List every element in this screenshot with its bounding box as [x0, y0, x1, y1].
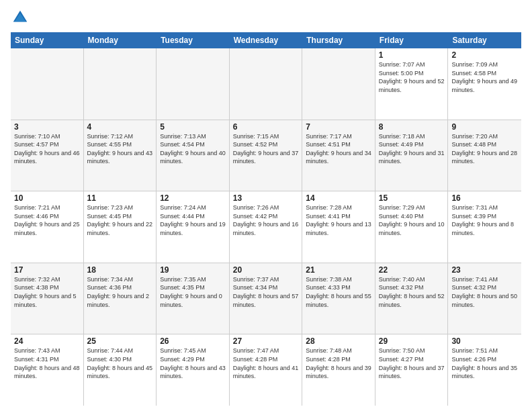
- calendar-cell: [11, 48, 84, 120]
- day-info: Sunrise: 7:38 AMSunset: 4:33 PMDaylight:…: [306, 275, 371, 309]
- day-info: Sunrise: 7:35 AMSunset: 4:35 PMDaylight:…: [160, 275, 226, 309]
- day-info: Sunrise: 7:47 AMSunset: 4:28 PMDaylight:…: [233, 347, 299, 380]
- day-info: Sunrise: 7:20 AMSunset: 4:48 PMDaylight:…: [451, 132, 518, 166]
- calendar-cell: 11Sunrise: 7:23 AMSunset: 4:45 PMDayligh…: [84, 191, 157, 263]
- day-info: Sunrise: 7:18 AMSunset: 4:49 PMDaylight:…: [379, 132, 445, 166]
- calendar-cell: 4Sunrise: 7:12 AMSunset: 4:55 PMDaylight…: [84, 120, 157, 191]
- day-number: 9: [451, 122, 518, 132]
- day-info: Sunrise: 7:50 AMSunset: 4:27 PMDaylight:…: [379, 347, 445, 380]
- calendar-cell: 7Sunrise: 7:17 AMSunset: 4:51 PMDaylight…: [302, 120, 375, 191]
- calendar-cell: 10Sunrise: 7:21 AMSunset: 4:46 PMDayligh…: [11, 191, 84, 263]
- day-number: 6: [233, 122, 299, 132]
- calendar-cell: 20Sunrise: 7:37 AMSunset: 4:34 PMDayligh…: [230, 263, 303, 334]
- calendar-cell: 8Sunrise: 7:18 AMSunset: 4:49 PMDaylight…: [375, 120, 449, 191]
- day-number: 8: [379, 122, 445, 132]
- day-info: Sunrise: 7:09 AMSunset: 4:58 PMDaylight:…: [451, 60, 518, 94]
- calendar-cell: 30Sunrise: 7:51 AMSunset: 4:26 PMDayligh…: [448, 334, 521, 406]
- calendar-cell: [302, 48, 375, 120]
- day-info: Sunrise: 7:31 AMSunset: 4:39 PMDaylight:…: [451, 203, 518, 237]
- calendar-cell: 5Sunrise: 7:13 AMSunset: 4:54 PMDaylight…: [157, 120, 230, 191]
- calendar-cell: 28Sunrise: 7:48 AMSunset: 4:28 PMDayligh…: [302, 334, 375, 406]
- page: SundayMondayTuesdayWednesdayThursdayFrid…: [0, 0, 532, 411]
- calendar-cell: 17Sunrise: 7:32 AMSunset: 4:38 PMDayligh…: [11, 263, 84, 334]
- day-number: 12: [160, 193, 226, 203]
- day-info: Sunrise: 7:07 AMSunset: 5:00 PMDaylight:…: [379, 60, 445, 94]
- day-info: Sunrise: 7:21 AMSunset: 4:46 PMDaylight:…: [14, 203, 80, 237]
- calendar-cell: [84, 48, 157, 120]
- day-info: Sunrise: 7:45 AMSunset: 4:29 PMDaylight:…: [160, 347, 226, 380]
- calendar-row: 3Sunrise: 7:10 AMSunset: 4:57 PMDaylight…: [11, 120, 521, 192]
- day-number: 22: [379, 265, 445, 275]
- day-info: Sunrise: 7:13 AMSunset: 4:54 PMDaylight:…: [160, 132, 226, 166]
- day-number: 18: [87, 265, 153, 275]
- calendar-header: SundayMondayTuesdayWednesdayThursdayFrid…: [11, 32, 521, 48]
- calendar-cell: 23Sunrise: 7:41 AMSunset: 4:32 PMDayligh…: [448, 263, 521, 334]
- day-number: 2: [451, 50, 518, 60]
- calendar-cell: 2Sunrise: 7:09 AMSunset: 4:58 PMDaylight…: [448, 48, 521, 120]
- day-number: 10: [14, 193, 80, 203]
- day-number: 28: [306, 336, 371, 346]
- calendar: SundayMondayTuesdayWednesdayThursdayFrid…: [11, 32, 521, 406]
- calendar-header-cell: Saturday: [448, 32, 521, 48]
- calendar-cell: 29Sunrise: 7:50 AMSunset: 4:27 PMDayligh…: [375, 334, 449, 406]
- calendar-cell: 19Sunrise: 7:35 AMSunset: 4:35 PMDayligh…: [157, 263, 230, 334]
- day-info: Sunrise: 7:17 AMSunset: 4:51 PMDaylight:…: [306, 132, 371, 166]
- day-number: 29: [379, 336, 445, 346]
- day-info: Sunrise: 7:26 AMSunset: 4:42 PMDaylight:…: [233, 203, 299, 237]
- day-info: Sunrise: 7:32 AMSunset: 4:38 PMDaylight:…: [14, 275, 80, 309]
- day-number: 15: [379, 193, 445, 203]
- day-number: 30: [451, 336, 518, 346]
- calendar-header-cell: Friday: [375, 32, 449, 48]
- day-number: 26: [160, 336, 226, 346]
- day-info: Sunrise: 7:43 AMSunset: 4:31 PMDaylight:…: [14, 347, 80, 380]
- calendar-cell: 22Sunrise: 7:40 AMSunset: 4:32 PMDayligh…: [375, 263, 449, 334]
- day-info: Sunrise: 7:23 AMSunset: 4:45 PMDaylight:…: [87, 203, 153, 237]
- day-info: Sunrise: 7:34 AMSunset: 4:36 PMDaylight:…: [87, 275, 153, 309]
- day-number: 1: [379, 50, 445, 60]
- day-number: 14: [306, 193, 371, 203]
- logo: [11, 8, 31, 27]
- day-info: Sunrise: 7:29 AMSunset: 4:40 PMDaylight:…: [379, 203, 445, 237]
- day-number: 27: [233, 336, 299, 346]
- calendar-cell: 18Sunrise: 7:34 AMSunset: 4:36 PMDayligh…: [84, 263, 157, 334]
- day-info: Sunrise: 7:41 AMSunset: 4:32 PMDaylight:…: [451, 275, 518, 309]
- calendar-cell: [157, 48, 230, 120]
- day-number: 23: [451, 265, 518, 275]
- day-info: Sunrise: 7:12 AMSunset: 4:55 PMDaylight:…: [87, 132, 153, 166]
- day-info: Sunrise: 7:40 AMSunset: 4:32 PMDaylight:…: [379, 275, 445, 309]
- calendar-header-cell: Sunday: [11, 32, 84, 48]
- calendar-cell: 25Sunrise: 7:44 AMSunset: 4:30 PMDayligh…: [84, 334, 157, 406]
- calendar-cell: 15Sunrise: 7:29 AMSunset: 4:40 PMDayligh…: [375, 191, 449, 263]
- calendar-row: 1Sunrise: 7:07 AMSunset: 5:00 PMDaylight…: [11, 48, 521, 120]
- day-number: 17: [14, 265, 80, 275]
- day-number: 20: [233, 265, 299, 275]
- logo-icon: [11, 8, 30, 27]
- day-number: 3: [14, 122, 80, 132]
- day-info: Sunrise: 7:48 AMSunset: 4:28 PMDaylight:…: [306, 347, 371, 380]
- day-number: 16: [451, 193, 518, 203]
- calendar-body: 1Sunrise: 7:07 AMSunset: 5:00 PMDaylight…: [11, 48, 521, 406]
- calendar-cell: 14Sunrise: 7:28 AMSunset: 4:41 PMDayligh…: [302, 191, 375, 263]
- day-info: Sunrise: 7:51 AMSunset: 4:26 PMDaylight:…: [451, 347, 518, 380]
- day-info: Sunrise: 7:28 AMSunset: 4:41 PMDaylight:…: [306, 203, 371, 237]
- day-number: 24: [14, 336, 80, 346]
- day-number: 11: [87, 193, 153, 203]
- calendar-cell: 16Sunrise: 7:31 AMSunset: 4:39 PMDayligh…: [448, 191, 521, 263]
- calendar-cell: 1Sunrise: 7:07 AMSunset: 5:00 PMDaylight…: [375, 48, 449, 120]
- calendar-cell: 12Sunrise: 7:24 AMSunset: 4:44 PMDayligh…: [157, 191, 230, 263]
- calendar-cell: 24Sunrise: 7:43 AMSunset: 4:31 PMDayligh…: [11, 334, 84, 406]
- day-number: 13: [233, 193, 299, 203]
- calendar-cell: 27Sunrise: 7:47 AMSunset: 4:28 PMDayligh…: [230, 334, 303, 406]
- calendar-header-cell: Monday: [84, 32, 157, 48]
- day-info: Sunrise: 7:37 AMSunset: 4:34 PMDaylight:…: [233, 275, 299, 309]
- calendar-cell: [230, 48, 303, 120]
- calendar-cell: 9Sunrise: 7:20 AMSunset: 4:48 PMDaylight…: [448, 120, 521, 191]
- calendar-header-cell: Wednesday: [230, 32, 303, 48]
- calendar-header-cell: Tuesday: [157, 32, 230, 48]
- calendar-header-cell: Thursday: [302, 32, 375, 48]
- day-number: 7: [306, 122, 371, 132]
- calendar-row: 17Sunrise: 7:32 AMSunset: 4:38 PMDayligh…: [11, 263, 521, 335]
- calendar-cell: 26Sunrise: 7:45 AMSunset: 4:29 PMDayligh…: [157, 334, 230, 406]
- day-number: 5: [160, 122, 226, 132]
- day-number: 4: [87, 122, 153, 132]
